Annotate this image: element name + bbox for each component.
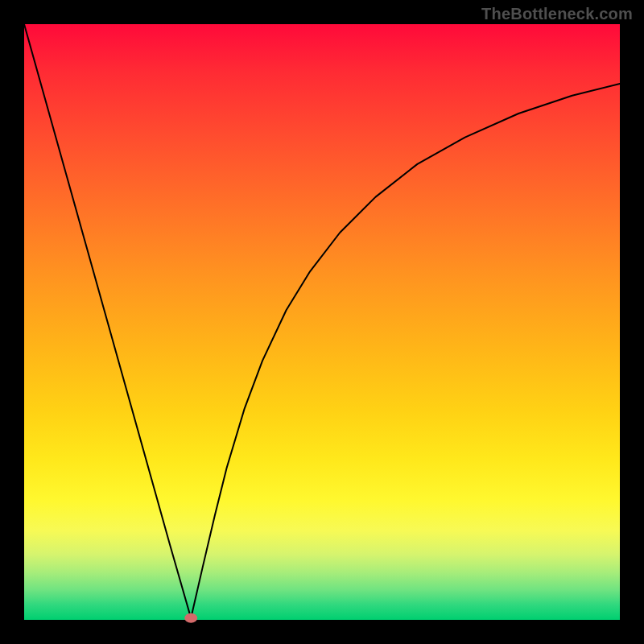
curve-right — [191, 84, 620, 618]
curve-left — [24, 24, 191, 618]
chart-area — [24, 24, 620, 620]
chart-svg — [24, 24, 620, 620]
watermark-text: TheBottleneck.com — [481, 5, 633, 23]
min-marker — [184, 613, 197, 623]
